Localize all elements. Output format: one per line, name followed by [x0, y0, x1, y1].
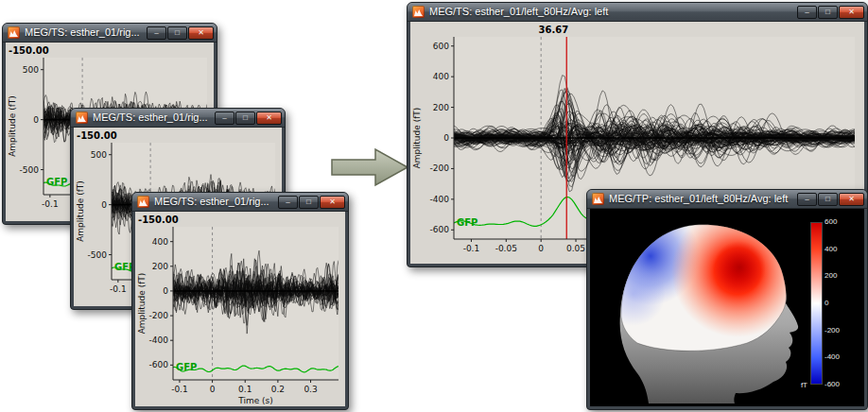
maximize-button[interactable]: □ [299, 196, 319, 209]
svg-text:Amplitude (fT): Amplitude (fT) [8, 95, 17, 157]
svg-text:Amplitude (fT): Amplitude (fT) [137, 273, 147, 335]
svg-text:-150.00: -150.00 [77, 130, 117, 141]
transform-arrow-icon [330, 147, 409, 187]
svg-text:GFP: GFP [176, 362, 197, 372]
titlebar[interactable]: MEG/TS: esther_01/left_80Hz/Avg: left – … [408, 3, 867, 22]
svg-text:-0.1: -0.1 [171, 385, 188, 394]
minimize-button[interactable]: – [278, 196, 298, 209]
svg-text:0.05: 0.05 [566, 244, 585, 253]
colorbar-tick-label: -200 [825, 326, 840, 335]
svg-text:-200: -200 [149, 311, 169, 320]
colorbar-tick-label: -400 [825, 352, 840, 362]
close-button[interactable]: ✕ [839, 193, 864, 206]
svg-text:600: 600 [433, 42, 449, 51]
close-button[interactable]: ✕ [320, 196, 345, 209]
minimize-button[interactable]: – [797, 193, 817, 206]
svg-text:0: 0 [101, 200, 107, 210]
svg-text:-600: -600 [430, 225, 450, 234]
svg-text:-0.1: -0.1 [42, 199, 59, 209]
matlab-figure-icon [76, 112, 88, 124]
window-title: MEG/TS: esther_01/rig... [93, 109, 210, 127]
close-button[interactable]: ✕ [188, 26, 214, 40]
svg-text:0.1: 0.1 [238, 385, 252, 394]
svg-text:500: 500 [23, 65, 39, 75]
colorbar-tick-label: -600 [825, 380, 840, 389]
svg-text:Time (s): Time (s) [237, 396, 273, 405]
minimize-button[interactable]: – [215, 112, 234, 125]
svg-text:Amplitude (fT): Amplitude (fT) [412, 108, 422, 169]
titlebar[interactable]: MEG/TS: esther_01/rig... – □ ✕ [132, 193, 348, 212]
svg-text:0: 0 [210, 385, 216, 394]
svg-text:-400: -400 [430, 195, 450, 204]
colorbar-tick-label: 0 [825, 299, 828, 308]
close-button[interactable]: ✕ [256, 112, 282, 125]
colorbar-tick-label: 400 [825, 245, 837, 254]
svg-text:400: 400 [433, 72, 449, 81]
svg-text:0: 0 [163, 286, 168, 296]
svg-text:36.67: 36.67 [539, 25, 569, 35]
colorbar-unit: fT [801, 381, 807, 389]
maximize-button[interactable]: □ [167, 26, 187, 40]
matlab-figure-icon [8, 26, 20, 39]
svg-text:GFP: GFP [46, 177, 67, 187]
svg-text:-0.1: -0.1 [110, 284, 127, 294]
head-3d-topography[interactable] [596, 213, 811, 403]
svg-text:500: 500 [91, 150, 107, 160]
svg-text:GFP: GFP [457, 217, 477, 228]
svg-text:-150.00: -150.00 [9, 45, 49, 56]
svg-text:-500: -500 [88, 250, 108, 260]
window-title: MEG/TS: esther_01/rig... [25, 24, 142, 42]
svg-text:0.3: 0.3 [304, 385, 317, 394]
svg-text:-600: -600 [149, 360, 169, 369]
svg-text:-200: -200 [430, 163, 450, 173]
matlab-figure-icon [412, 6, 425, 18]
maximize-button[interactable]: □ [818, 193, 838, 206]
svg-text:0: 0 [443, 133, 449, 143]
maximize-button[interactable]: □ [235, 112, 255, 125]
close-button[interactable]: ✕ [839, 6, 864, 19]
svg-text:-0.05: -0.05 [495, 244, 517, 253]
matlab-figure-icon [592, 193, 604, 205]
svg-text:200: 200 [433, 103, 449, 112]
svg-text:-400: -400 [149, 335, 169, 345]
svg-text:-0.1: -0.1 [463, 244, 480, 253]
svg-text:0.2: 0.2 [271, 385, 285, 394]
titlebar[interactable]: MEG/TS: esther_01/rig... – □ ✕ [71, 109, 285, 128]
colorbar-ticks: 6004002000-200-400-600 [825, 222, 851, 385]
svg-text:200: 200 [152, 262, 168, 271]
colorbar[interactable] [810, 222, 823, 385]
window-title: MEG/TP: esther_01/left_80Hz/Avg: left [609, 190, 792, 208]
window-title: MEG/TS: esther_01/rig... [154, 193, 273, 211]
colorbar-tick-label: 200 [825, 271, 837, 281]
titlebar[interactable]: MEG/TS: esther_01/rig... – □ ✕ [3, 24, 217, 43]
window-title: MEG/TS: esther_01/left_80Hz/Avg: left [429, 3, 792, 21]
svg-text:400: 400 [152, 237, 168, 247]
svg-text:0: 0 [33, 115, 39, 125]
colorbar-tick-label: 600 [825, 217, 837, 227]
svg-text:-150.00: -150.00 [138, 215, 179, 225]
svg-text:0: 0 [538, 244, 544, 253]
minimize-button[interactable]: – [147, 26, 166, 40]
window-ts-small-3: MEG/TS: esther_01/rig... – □ ✕ GFP-150.0… [131, 192, 349, 410]
desktop: MEG/TS: esther_01/rig... – □ ✕ GFP-150.0… [0, 0, 868, 412]
minimize-button[interactable]: – [797, 6, 817, 19]
titlebar[interactable]: MEG/TP: esther_01/left_80Hz/Avg: left – … [587, 190, 867, 209]
timeseries-plot[interactable]: GFP-150.004002000-200-400-600-0.100.10.2… [135, 212, 345, 406]
window-tp: MEG/TP: esther_01/left_80Hz/Avg: left – … [586, 189, 868, 410]
matlab-figure-icon [137, 196, 149, 208]
svg-text:-500: -500 [20, 165, 40, 175]
maximize-button[interactable]: □ [818, 6, 838, 19]
svg-text:Amplitude (fT): Amplitude (fT) [76, 180, 85, 242]
